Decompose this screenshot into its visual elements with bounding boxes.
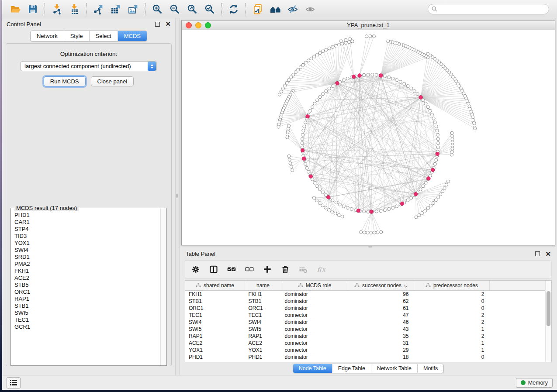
graph-node[interactable] [303,125,306,128]
graph-hub-node[interactable] [302,157,306,160]
graph-node[interactable] [410,196,413,199]
graph-node[interactable] [371,73,374,76]
graph-node[interactable] [426,52,429,55]
table-cell[interactable] [490,305,552,312]
graph-node[interactable] [424,102,427,105]
graph-node[interactable] [328,47,331,50]
table-row[interactable]: STB1STB1dominator620 [185,298,552,305]
run-mcds-button[interactable]: Run MCDS [44,76,86,86]
table-cell[interactable]: FKH1 [245,290,281,298]
graph-node[interactable] [363,73,366,76]
graph-node[interactable] [363,231,366,234]
table-row[interactable]: PHD1PHD1dominator180 [185,354,552,361]
graph-node[interactable] [443,186,446,189]
graph-node[interactable] [349,38,352,41]
graph-hub-node[interactable] [379,74,383,77]
graph-node[interactable] [312,55,315,58]
create-column-button[interactable] [263,265,272,274]
mcds-node-item[interactable]: TEC1 [14,316,160,323]
table-cell[interactable]: YOX1 [245,347,281,354]
tab-style[interactable]: Style [64,31,89,41]
mcds-node-item[interactable]: CAR1 [14,219,160,226]
graph-node[interactable] [331,45,334,48]
memory-button[interactable]: Memory [516,378,553,388]
graph-node[interactable] [360,230,363,234]
table-row[interactable]: TEC1TEC1connector472 [185,312,552,319]
table-cell[interactable]: RAP1 [185,333,245,340]
splitter-grab-handle[interactable] [368,246,372,248]
graph-node[interactable] [287,155,291,158]
table-cell[interactable]: PHD1 [185,354,245,361]
graph-node[interactable] [406,85,409,88]
table-cell[interactable]: 46 [348,319,414,326]
graph-node[interactable] [383,209,386,212]
graph-node[interactable] [436,146,439,149]
graph-node[interactable] [391,77,394,80]
graph-node[interactable] [399,80,402,83]
graph-node[interactable] [436,138,439,141]
graph-node[interactable] [426,106,429,109]
graph-node[interactable] [321,191,324,194]
graph-node[interactable] [311,106,314,109]
column-header-successor-nodes[interactable]: successor nodes [348,281,414,291]
graph-node[interactable] [313,102,316,105]
graph-node[interactable] [316,185,319,188]
graph-node[interactable] [422,185,425,188]
graph-node[interactable] [286,130,289,133]
table-cell[interactable]: dominator [281,305,348,312]
table-cell[interactable]: dominator [281,319,348,326]
graph-node[interactable] [424,209,427,212]
table-cell[interactable]: 2 [414,312,490,319]
import-table-button[interactable] [67,3,82,16]
graph-node[interactable] [318,188,322,191]
graph-node[interactable] [450,131,453,134]
scrollbar-thumb[interactable] [547,291,550,326]
table-cell[interactable]: connector [281,312,348,319]
graph-node[interactable] [342,205,345,208]
table-row[interactable]: SWI5SWI5connector431 [185,326,552,333]
table-cell[interactable]: 29 [348,347,414,354]
table-cell[interactable]: 31 [348,340,414,347]
graph-node[interactable] [387,40,390,43]
graph-node[interactable] [379,210,382,213]
graph-node[interactable] [367,73,370,76]
graph-node[interactable] [375,73,378,76]
graph-node[interactable] [299,65,302,69]
close-panel-icon[interactable]: ✕ [165,22,171,26]
graph-node[interactable] [318,96,322,99]
zoom-in-button[interactable] [150,3,165,16]
search-input[interactable] [439,6,545,13]
table-cell[interactable]: connector [281,347,348,354]
table-cell[interactable]: 18 [348,354,414,361]
graph-node[interactable] [321,93,324,96]
graph-node[interactable] [294,71,297,74]
graph-node[interactable] [395,79,398,82]
graph-node[interactable] [327,208,330,211]
table-row[interactable]: ORC1ORC1dominator610 [185,305,552,312]
table-cell[interactable]: dominator [281,333,348,340]
graph-node[interactable] [321,204,324,207]
save-session-button[interactable] [25,3,40,16]
table-cell[interactable]: connector [281,326,348,333]
import-network-button[interactable] [49,3,64,16]
graph-node[interactable] [324,206,327,209]
table-cell[interactable] [490,312,552,319]
table-cell[interactable]: 1 [414,340,490,347]
graph-node[interactable] [350,207,353,210]
graph-node[interactable] [383,75,386,78]
table-cell[interactable]: ORC1 [245,305,281,312]
graph-node[interactable] [339,40,343,43]
search-box[interactable] [428,4,549,14]
mcds-node-item[interactable]: TID3 [14,233,160,240]
mcds-node-item[interactable]: ORC1 [14,289,160,296]
graph-node[interactable] [304,162,307,165]
graph-node[interactable] [292,73,295,76]
table-cell[interactable] [490,347,552,354]
mcds-node-item[interactable]: STB5 [14,282,160,289]
graph-node[interactable] [451,138,454,141]
graph-node[interactable] [380,230,383,234]
table-cell[interactable]: STB1 [185,298,245,305]
graph-hub-node[interactable] [414,192,417,196]
graph-hub-node[interactable] [419,96,422,99]
graph-node[interactable] [316,99,319,102]
